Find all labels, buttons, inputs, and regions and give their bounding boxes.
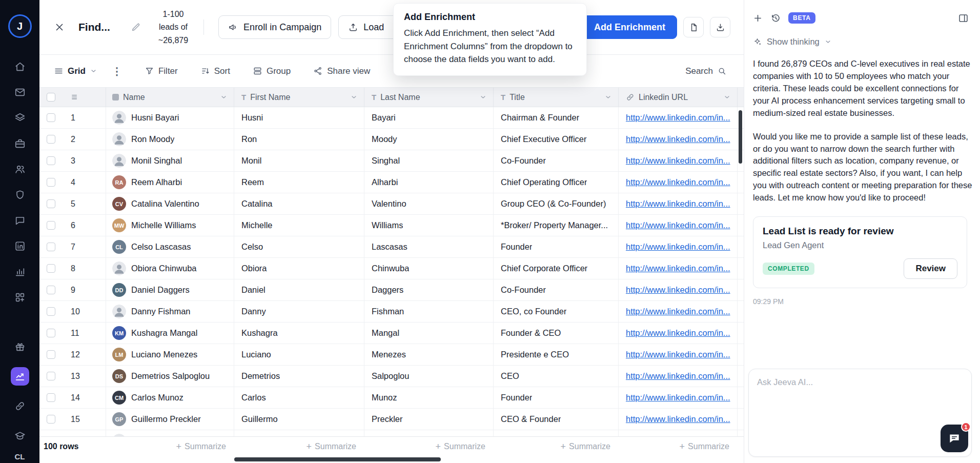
search-icon	[717, 66, 727, 76]
sidebar-item-academy[interactable]	[11, 427, 29, 445]
linkedin-link[interactable]: http://www.linkedin.com/in...	[626, 220, 730, 230]
close-button[interactable]	[54, 22, 65, 33]
sidebar-item-shield[interactable]	[11, 186, 29, 204]
row-checkbox[interactable]	[47, 135, 55, 144]
summarize-button[interactable]: +Summarize	[528, 437, 610, 456]
column-header-linkedin-url[interactable]: Linkedin URL	[619, 88, 738, 107]
linkedin-link[interactable]: http://www.linkedin.com/in...	[626, 264, 730, 273]
linkedin-link[interactable]: http://www.linkedin.com/in...	[626, 156, 730, 166]
row-checkbox[interactable]	[47, 243, 55, 251]
search-button[interactable]: Search	[685, 66, 727, 76]
table-row[interactable]: 6 MW Michelle Williams Michelle Williams…	[39, 215, 744, 236]
row-checkbox[interactable]	[47, 156, 55, 165]
sidebar-user-initials[interactable]: CL	[15, 452, 25, 461]
row-checkbox[interactable]	[47, 307, 55, 316]
linkedin-link[interactable]: http://www.linkedin.com/in...	[626, 113, 730, 123]
table-row[interactable]: 14 CM Carlos Munoz Carlos Munoz Founder …	[39, 387, 744, 409]
show-thinking-toggle[interactable]: Show thinking	[752, 37, 980, 47]
history-button[interactable]	[770, 13, 781, 24]
linkedin-link[interactable]: http://www.linkedin.com/in...	[626, 242, 730, 252]
row-checkbox[interactable]	[47, 178, 55, 187]
table-row[interactable]: 4 RA Reem Alharbi Reem Alharbi Chief Ope…	[39, 172, 744, 193]
table-row[interactable]: 13 DS Demetrios Salpoglou Demetrios Salp…	[39, 366, 744, 387]
table-row[interactable]: 9 DD Daniel Daggers Daniel Daggers Co-Fo…	[39, 279, 744, 301]
row-checkbox[interactable]	[47, 199, 55, 208]
linkedin-link[interactable]: http://www.linkedin.com/in...	[626, 199, 730, 209]
sidebar-item-trend[interactable]	[11, 367, 29, 386]
row-checkbox[interactable]	[47, 113, 55, 122]
row-checkbox[interactable]	[47, 350, 55, 359]
vertical-scrollbar[interactable]	[739, 110, 742, 164]
sidebar-item-layers[interactable]	[11, 109, 29, 127]
linkedin-link[interactable]: http://www.linkedin.com/in...	[626, 285, 730, 295]
linkedin-link[interactable]: http://www.linkedin.com/in...	[626, 350, 730, 359]
column-header-last-name[interactable]: T Last Name	[364, 88, 494, 107]
sort-button[interactable]: Sort	[200, 66, 230, 76]
download-button[interactable]	[710, 17, 730, 37]
horizontal-scrollbar[interactable]	[234, 457, 441, 461]
sidebar-item-linkedin[interactable]	[11, 237, 29, 255]
table-row[interactable]: 2 Ron Moody Ron Moody Chief Executive Of…	[39, 129, 744, 150]
edit-title-button[interactable]	[131, 22, 141, 32]
enroll-in-campaign-button[interactable]: Enroll in Campaign	[218, 15, 331, 39]
select-all-checkbox[interactable]	[47, 93, 55, 102]
summarize-button[interactable]: +Summarize	[144, 437, 226, 456]
sidebar-item-contacts[interactable]	[11, 160, 29, 178]
table-row[interactable]: 5 CV Catalina Valentino Catalina Valenti…	[39, 193, 744, 215]
linkedin-link[interactable]: http://www.linkedin.com/in...	[626, 328, 730, 338]
row-checkbox[interactable]	[47, 286, 55, 294]
row-checkbox[interactable]	[47, 415, 55, 424]
linkedin-link[interactable]: http://www.linkedin.com/in...	[626, 177, 730, 187]
group-button[interactable]: Group	[253, 66, 291, 76]
table-row[interactable]: 12 LM Luciano Menezes Luciano Menezes Pr…	[39, 344, 744, 366]
row-checkbox[interactable]	[47, 221, 55, 230]
column-header-title[interactable]: T Title	[494, 88, 619, 107]
row-number-header[interactable]	[63, 88, 106, 107]
export-file-button[interactable]	[683, 17, 704, 37]
linkedin-link[interactable]: http://www.linkedin.com/in...	[626, 393, 730, 402]
column-header-first-name[interactable]: T First Name	[234, 88, 364, 107]
row-checkbox[interactable]	[47, 264, 55, 273]
table-row[interactable]: 7 CL Celso Lascasas Celso Lascasas Found…	[39, 236, 744, 258]
lead-title: Chief Executive Officer	[501, 134, 587, 144]
column-header-name[interactable]: Name	[106, 88, 234, 107]
new-chat-button[interactable]	[752, 13, 763, 24]
app-logo[interactable]: J	[8, 14, 32, 38]
linkedin-link[interactable]: http://www.linkedin.com/in...	[626, 134, 730, 144]
sidebar-item-gift[interactable]	[11, 337, 29, 356]
table-row[interactable]: 11 KM Kushagra Mangal Kushagra Mangal Fo…	[39, 323, 744, 344]
linkedin-link[interactable]: http://www.linkedin.com/in...	[626, 307, 730, 316]
chat-widget-button[interactable]: 1	[941, 425, 968, 452]
sidebar-item-mail[interactable]	[11, 83, 29, 102]
filter-button[interactable]: Filter	[145, 66, 178, 76]
table-row[interactable]: 3 Monil Singhal Monil Singhal Co-Founder…	[39, 150, 744, 172]
sidebar-item-briefcase[interactable]	[11, 134, 29, 153]
collapse-panel-button[interactable]	[958, 13, 969, 24]
sidebar-item-analytics[interactable]	[11, 263, 29, 281]
view-menu-button[interactable]: ⋮	[112, 65, 122, 77]
share-view-button[interactable]: Share view	[313, 66, 370, 76]
linkedin-link[interactable]: http://www.linkedin.com/in...	[626, 371, 730, 381]
add-enrichment-button[interactable]: Add Enrichment	[582, 15, 677, 39]
table-row[interactable]: 16 http://www.linkedin.com/in...	[39, 430, 744, 436]
summarize-button[interactable]: +Summarize	[647, 437, 729, 456]
summarize-button[interactable]: +Summarize	[403, 437, 485, 456]
table-row[interactable]: 1 Husni Bayari Husni Bayari Chairman & F…	[39, 107, 744, 129]
lead-title: CEO, co Founder	[501, 307, 566, 316]
table-row[interactable]: 15 GP Guillermo Preckler Guillermo Preck…	[39, 409, 744, 430]
sidebar-item-apps[interactable]	[11, 288, 29, 307]
sidebar-item-link[interactable]	[11, 397, 29, 415]
assistant-input[interactable]	[749, 369, 971, 456]
row-checkbox[interactable]	[47, 329, 55, 337]
review-button[interactable]: Review	[904, 258, 957, 279]
row-checkbox[interactable]	[47, 372, 55, 380]
summarize-button[interactable]: +Summarize	[274, 437, 356, 456]
row-checkbox[interactable]	[47, 393, 55, 402]
table-row[interactable]: 10 Danny Fishman Danny Fishman CEO, co F…	[39, 301, 744, 323]
sidebar-item-chat[interactable]	[11, 211, 29, 230]
view-selector-grid[interactable]: Grid	[54, 66, 97, 76]
table-row[interactable]: 8 Obiora Chinwuba Obiora Chinwuba Chief …	[39, 258, 744, 279]
sidebar-item-home[interactable]	[11, 57, 29, 76]
app-root: J CL Find... 1-100 leads of ~26,879 Enro…	[0, 0, 980, 463]
linkedin-link[interactable]: http://www.linkedin.com/in...	[626, 414, 730, 424]
